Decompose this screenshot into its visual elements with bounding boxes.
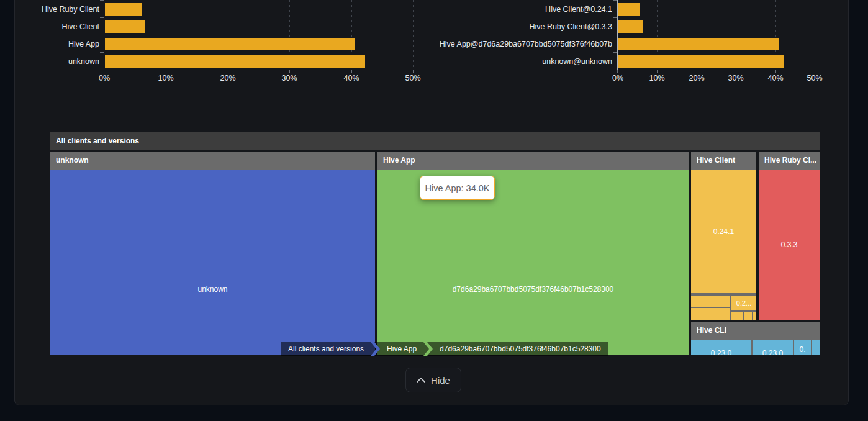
axis-tick <box>100 35 104 35</box>
y-axis-line <box>104 0 104 71</box>
bar-hive-ruby-client[interactable] <box>105 3 142 16</box>
treemap-section-unknown[interactable]: unknown unknown <box>50 152 375 355</box>
treemap-cell-label: d7d6a29ba6707bbd5075df376f46b07b1c528300 <box>377 285 689 294</box>
x-tick-label: 10% <box>638 74 676 83</box>
axis-tick <box>100 0 104 1</box>
breadcrumb-item-hash[interactable]: d7d6a29ba6707bbd5075df376f46b07b1c528300 <box>433 342 608 356</box>
treemap-section-header: Hive CLI <box>691 322 820 339</box>
chevron-right-icon <box>423 342 433 356</box>
hide-button-label: Hide <box>431 375 450 386</box>
treemap-cell-0230-b[interactable]: 0.23.0 <box>753 340 793 355</box>
category-label: Hive Client <box>12 22 99 32</box>
bar-unknown-unknown[interactable] <box>618 55 784 68</box>
treemap-cell-version[interactable] <box>812 340 820 355</box>
axis-tick <box>736 70 736 73</box>
bar-hive-app-hash[interactable] <box>618 38 779 50</box>
x-tick-label: 40% <box>757 74 794 83</box>
treemap-cell-0230-a[interactable]: 0.23.0 <box>691 340 751 355</box>
treemap-cell-version[interactable] <box>691 296 730 307</box>
treemap-cell-label: 0.23.0 <box>711 349 731 355</box>
treemap-cell-0241[interactable]: 0.24.1 <box>691 170 756 293</box>
bar-hive-client-0241[interactable] <box>618 3 640 16</box>
tooltip-text: Hive App: 34.0K <box>425 183 490 193</box>
category-label: unknown@unknown <box>435 57 612 66</box>
treemap-root-header[interactable]: All clients and versions <box>50 132 820 150</box>
bar-hive-app[interactable] <box>105 38 355 50</box>
axis-tick <box>613 17 617 18</box>
bar-hive-client[interactable] <box>105 20 145 33</box>
treemap-cell-version[interactable] <box>691 308 730 320</box>
treemap-cell-version[interactable] <box>744 312 752 320</box>
category-label: Hive App <box>12 39 99 49</box>
treemap-section-header: unknown <box>50 152 375 170</box>
axis-tick <box>100 17 104 18</box>
x-tick-label: 20% <box>678 74 715 83</box>
x-tick-label: 40% <box>333 74 370 83</box>
axis-tick <box>351 70 352 73</box>
x-tick-label: 10% <box>147 74 184 83</box>
axis-tick <box>166 70 166 73</box>
axis-tick <box>413 70 414 73</box>
axis-tick <box>815 70 815 73</box>
treemap-cell-unknown[interactable]: unknown <box>50 170 375 355</box>
category-label: Hive Ruby Client <box>12 4 99 14</box>
treemap-breadcrumb: All clients and versions Hive App d7d6a2… <box>281 342 608 356</box>
hide-button[interactable]: Hide <box>405 368 461 392</box>
chevron-right-icon <box>371 342 380 356</box>
treemap-cell-label: 0.3.3 <box>781 240 798 249</box>
x-tick-label: 50% <box>394 74 432 83</box>
bar-hive-ruby-033[interactable] <box>618 20 643 33</box>
x-tick-label: 20% <box>209 74 246 83</box>
treemap-cell-label: 0.2... <box>736 299 751 307</box>
category-label: Hive Client@0.24.1 <box>435 4 612 14</box>
gridline <box>815 0 815 70</box>
y-axis-line <box>617 0 618 71</box>
treemap-cell-version[interactable] <box>753 312 756 320</box>
treemap-section-header: Hive Client <box>691 152 756 170</box>
chevron-up-icon <box>417 378 425 383</box>
x-tick-label: 0% <box>86 74 123 83</box>
x-tick-label: 50% <box>796 74 833 83</box>
axis-tick <box>289 70 290 73</box>
axis-tick <box>104 70 104 73</box>
breadcrumb-item-root[interactable]: All clients and versions <box>281 342 371 356</box>
dashboard-page: Hive Ruby Client Hive Client Hive App un… <box>0 0 868 421</box>
treemap-cell-version[interactable] <box>731 312 743 320</box>
treemap-cell-033[interactable]: 0.3.3 <box>759 170 820 320</box>
category-label: Hive Ruby Client@0.3.3 <box>435 22 612 32</box>
gridline <box>413 0 414 70</box>
axis-tick <box>697 70 697 73</box>
treemap-section-hive-cli[interactable]: Hive CLI 0.23.0 0.23.0 0. <box>691 322 820 355</box>
axis-tick <box>613 52 617 53</box>
axis-tick <box>657 70 658 73</box>
category-label: unknown <box>12 57 99 66</box>
axis-tick <box>228 70 228 73</box>
treemap-section-hive-client[interactable]: Hive Client 0.24.1 0.2... <box>691 152 756 320</box>
axis-tick <box>775 70 776 73</box>
treemap-cell-label: 0. <box>799 345 805 354</box>
treemap-cell-label: 0.23.0 <box>762 349 783 355</box>
x-tick-label: 30% <box>271 74 308 83</box>
x-tick-label: 0% <box>599 74 636 83</box>
axis-tick <box>613 0 617 1</box>
treemap-tooltip: Hive App: 34.0K <box>420 176 495 200</box>
treemap-section-header: Hive Ruby Cl... <box>759 152 820 170</box>
breadcrumb-item-hive-app[interactable]: Hive App <box>380 342 423 356</box>
treemap-cell-0x[interactable]: 0. <box>794 340 811 355</box>
treemap-cell-02x[interactable]: 0.2... <box>731 296 756 310</box>
treemap-cell-label: unknown <box>50 285 375 294</box>
treemap-section-header: Hive App <box>377 152 689 170</box>
bar-unknown[interactable] <box>105 55 365 68</box>
treemap-clients-versions: All clients and versions unknown unknown… <box>50 132 820 355</box>
axis-tick <box>617 70 618 73</box>
category-label: Hive App@d7d6a29ba6707bbd5075df376f46b07… <box>435 39 612 49</box>
axis-tick <box>100 52 104 53</box>
axis-tick <box>613 35 617 35</box>
x-tick-label: 30% <box>717 74 754 83</box>
treemap-section-hive-ruby-client[interactable]: Hive Ruby Cl... 0.3.3 <box>759 152 820 320</box>
treemap-cell-label: 0.24.1 <box>713 227 734 236</box>
